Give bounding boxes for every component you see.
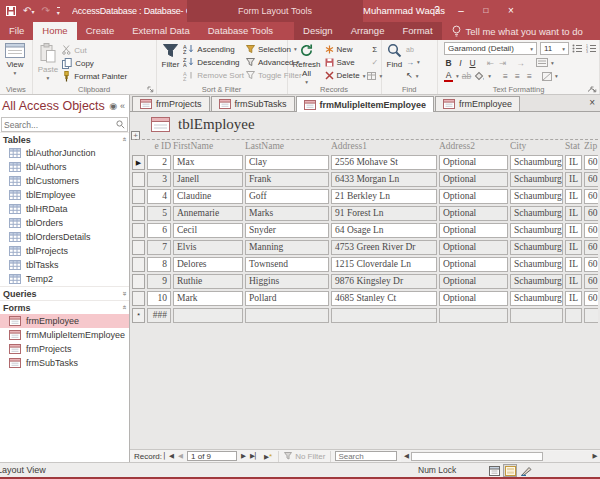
ribbon-tab-database-tools[interactable]: Database Tools: [199, 22, 282, 40]
cell-Address1[interactable]: 2556 Mohave St: [331, 155, 437, 170]
cell-Stat[interactable]: IL: [565, 291, 582, 306]
chevron-up-icon[interactable]: «: [119, 137, 128, 141]
cell-LastName[interactable]: Goff: [245, 189, 329, 204]
record-position[interactable]: 1 of 9: [187, 451, 237, 461]
refresh-all-button[interactable]: Refresh All ▾: [291, 42, 323, 82]
cell-Address1[interactable]: 9876 Kingsley Dr: [331, 274, 437, 289]
undo-icon[interactable]: ↶▾: [23, 6, 34, 17]
record-selector[interactable]: [132, 291, 145, 306]
cell-Zip[interactable]: 60194: [584, 257, 598, 272]
clipboard-dialog-launcher-icon[interactable]: [147, 86, 154, 93]
view-button[interactable]: View ▾: [3, 42, 27, 82]
cell-Stat[interactable]: IL: [565, 206, 582, 221]
underline-button[interactable]: U: [468, 58, 477, 68]
new-blank-record-button[interactable]: ▶*: [262, 452, 274, 461]
cell-e-ID[interactable]: 2: [147, 155, 171, 170]
document-tab-frmEmployee[interactable]: frmEmployee: [435, 96, 520, 111]
scroll-right-icon[interactable]: ▶: [590, 452, 600, 460]
cell-e-ID[interactable]: 5: [147, 206, 171, 221]
cell-City[interactable]: Schaumburg: [510, 274, 563, 289]
nav-item-frmProjects[interactable]: frmProjects: [0, 342, 129, 356]
cell-e-ID[interactable]: 9: [147, 274, 171, 289]
nav-item-frmEmployee[interactable]: frmEmployee: [0, 314, 129, 328]
cell-Stat[interactable]: IL: [565, 274, 582, 289]
align-left-icon[interactable]: ≡: [501, 71, 510, 81]
increase-indent-icon[interactable]: ⇥: [498, 58, 507, 68]
cell-e-ID[interactable]: 4: [147, 189, 171, 204]
document-tab-frmSubTasks[interactable]: frmSubTasks: [211, 96, 295, 111]
spelling-button[interactable]: ✓: [371, 56, 378, 68]
nav-item-tblAuthors[interactable]: tblAuthors: [0, 160, 129, 174]
cell-Address2[interactable]: Optional: [439, 189, 508, 204]
help-button[interactable]: ?: [428, 0, 446, 22]
column-header-FirstName[interactable]: FirstName: [173, 141, 243, 153]
cell-City[interactable]: Schaumburg: [510, 155, 563, 170]
cell-City[interactable]: Schaumburg: [510, 206, 563, 221]
ribbon-tab-external-data[interactable]: External Data: [123, 22, 199, 40]
cell-Address1[interactable]: 91 Forest Ln: [331, 206, 437, 221]
nav-item-Temp2[interactable]: Temp2: [0, 272, 129, 286]
new-cell-City[interactable]: [510, 308, 563, 323]
shutter-bar-close-icon[interactable]: «: [120, 101, 125, 111]
new-cell-e-ID[interactable]: ###: [147, 308, 171, 323]
filter-status-button[interactable]: No Filter: [278, 451, 331, 462]
cell-Zip[interactable]: 60193: [584, 240, 598, 255]
cell-FirstName[interactable]: Elvis: [173, 240, 243, 255]
form-header[interactable]: tblEmployee: [151, 116, 255, 133]
cell-Address2[interactable]: Optional: [439, 257, 508, 272]
ribbon-tab-design[interactable]: Design: [294, 22, 342, 40]
cell-City[interactable]: Schaumburg: [510, 223, 563, 238]
select-button[interactable]: ↖▾: [406, 70, 420, 82]
cell-Address2[interactable]: Optional: [439, 155, 508, 170]
cell-FirstName[interactable]: Delores: [173, 257, 243, 272]
cell-City[interactable]: Schaumburg: [510, 172, 563, 187]
cell-Stat[interactable]: IL: [565, 257, 582, 272]
cell-Zip[interactable]: 60194: [584, 155, 598, 170]
record-selector[interactable]: [132, 223, 145, 238]
cell-e-ID[interactable]: 3: [147, 172, 171, 187]
filter-button[interactable]: Filter: [160, 42, 182, 82]
cell-LastName[interactable]: Higgins: [245, 274, 329, 289]
last-record-button[interactable]: ▶▏: [248, 452, 262, 460]
chevron-up-icon[interactable]: «: [119, 305, 128, 309]
cell-LastName[interactable]: Manning: [245, 240, 329, 255]
cell-Zip[interactable]: 60193: [584, 206, 598, 221]
column-header-Stat[interactable]: Stat: [565, 141, 582, 153]
cell-Zip[interactable]: 60193: [584, 172, 598, 187]
cell-LastName[interactable]: Clay: [245, 155, 329, 170]
align-right-icon[interactable]: ≡: [525, 71, 534, 81]
record-selector[interactable]: [132, 274, 145, 289]
align-center-icon[interactable]: ≡: [513, 71, 522, 81]
cell-Zip[interactable]: 60193: [584, 189, 598, 204]
document-tab-frmProjects[interactable]: frmProjects: [132, 96, 210, 111]
scrollbar-thumb[interactable]: [411, 452, 543, 461]
gridlines-icon[interactable]: [542, 72, 552, 81]
nav-item-tblOrders[interactable]: tblOrders: [0, 216, 129, 230]
background-color-icon[interactable]: [474, 71, 485, 81]
cell-LastName[interactable]: Marks: [245, 206, 329, 221]
ribbon-tab-home[interactable]: Home: [33, 22, 76, 40]
cell-Address2[interactable]: Optional: [439, 206, 508, 221]
chevron-down-icon[interactable]: «: [119, 291, 128, 295]
cell-Stat[interactable]: IL: [565, 223, 582, 238]
cell-Stat[interactable]: IL: [565, 240, 582, 255]
cell-LastName[interactable]: Pollard: [245, 291, 329, 306]
ribbon-tab-file[interactable]: File: [0, 22, 33, 40]
save-icon[interactable]: [6, 6, 16, 16]
cell-LastName[interactable]: Snyder: [245, 223, 329, 238]
record-selector[interactable]: [132, 172, 145, 187]
numbering-icon[interactable]: 123: [586, 44, 597, 53]
cell-Address2[interactable]: Optional: [439, 291, 508, 306]
cell-Stat[interactable]: IL: [565, 189, 582, 204]
memo-settings-icon[interactable]: [536, 58, 548, 67]
minimize-button[interactable]: –: [452, 0, 470, 22]
cell-Address1[interactable]: 4685 Stanley Ct: [331, 291, 437, 306]
cell-FirstName[interactable]: Cecil: [173, 223, 243, 238]
cell-Address1[interactable]: 1215 Cloverdale Ln: [331, 257, 437, 272]
record-selector[interactable]: [132, 240, 145, 255]
font-size-combo[interactable]: 11▾: [540, 42, 569, 55]
cell-City[interactable]: Schaumburg: [510, 291, 563, 306]
remove-sort-button[interactable]: AZ Remove Sort: [183, 70, 244, 82]
search-icon[interactable]: [116, 120, 127, 129]
cut-button[interactable]: Cut: [62, 44, 127, 56]
